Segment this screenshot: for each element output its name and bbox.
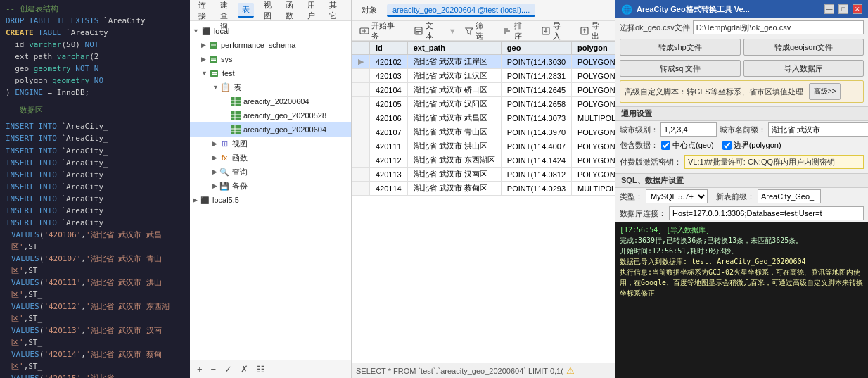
tree-item-local55[interactable]: ▶ ⬛ local5.5 (190, 193, 351, 207)
btn-advanced[interactable]: 高级>> (809, 83, 841, 100)
cell-id: 420113 (370, 168, 408, 182)
tab-query[interactable]: 查询 (347, 0, 352, 23)
code-comment-create: -- 创建表结构 (6, 3, 184, 15)
center-checkbox[interactable] (661, 141, 670, 150)
btn-to-shp[interactable]: 转成shp文件 (620, 39, 741, 56)
tab-table[interactable]: 表 (238, 3, 254, 18)
log-area[interactable]: [12:56:54] [导入数据库]完成:3639行,已转换36条;已转换13条… (615, 222, 868, 378)
code-insert-9: INSERT INTO `AreaCity_ (6, 217, 184, 229)
btn-text[interactable]: 文本 (410, 19, 445, 43)
btn-to-geojson[interactable]: 转成geojson文件 (743, 39, 864, 56)
table-row[interactable]: ▶ 420102 湖北省 武汉市 江岸区 POINT(114.3030 POLY… (352, 55, 615, 69)
sql-settings-section: SQL、数据库设置 (615, 173, 868, 188)
tree-item-areacity3[interactable]: ▶ areacity_geo_20200604 (190, 122, 351, 137)
city-level-input[interactable] (660, 122, 717, 137)
cell-geo: POINT(114.3073 (501, 111, 571, 125)
tab-other[interactable]: 其它 (325, 0, 341, 23)
col-header-id[interactable]: id (370, 42, 408, 55)
table-row[interactable]: 420106 湖北省 武汉市 武昌区 POINT(114.3073 MULTIP… (352, 111, 615, 125)
row-marker (352, 168, 370, 182)
btn-confirm[interactable]: ✓ (222, 363, 235, 375)
view-icon: ⊞ (219, 138, 230, 149)
tree-item-areacity1[interactable]: ▶ areacity_20200604 (190, 94, 351, 108)
code-insert-val-6: VALUES('420114','湖北省 武汉市 蔡甸区',ST_ (6, 348, 184, 372)
tree-item-table-folder[interactable]: ▼ 📋 表 (190, 80, 351, 94)
btn-remove[interactable]: − (208, 363, 219, 375)
cell-polygon: MULTIPOLY( (572, 182, 615, 196)
center-checkbox-label[interactable]: 中心点(geo) (661, 140, 714, 151)
btn-begin-transaction[interactable]: 开始事务 (356, 19, 406, 43)
table-row[interactable]: 420107 湖北省 武汉市 青山区 POINT(114.3970 POLYGO… (352, 125, 615, 139)
tree-arrow-func: ▶ (212, 154, 217, 161)
table-row[interactable]: 420111 湖北省 武汉市 洪山区 POINT(114.4007 POLYGO… (352, 139, 615, 153)
code-insert-val-5: VALUES('420113','湖北省 武汉市 汉南区',ST_ (6, 325, 184, 348)
tree-label-areacity2: areacity_geo_20200528 (243, 111, 326, 120)
tab-view[interactable]: 视图 (260, 0, 276, 23)
btn-filter[interactable]: 筛选 (461, 19, 495, 43)
tool-app-icon: 🌐 (621, 4, 632, 15)
table-row[interactable]: 420103 湖北省 武汉市 江汉区 POINT(114.2831 POLYGO… (352, 69, 615, 83)
tree-item-local[interactable]: ▼ ⬛ local (190, 24, 351, 38)
license-input[interactable] (684, 155, 864, 169)
cell-ext-path: 湖北省 武汉市 青山区 (407, 125, 501, 139)
table-row[interactable]: 420105 湖北省 武汉市 汉阳区 POINT(114.2658 POLYGO… (352, 97, 615, 111)
code-create-table-start: CREATE TABLE `AreaCity_ (6, 27, 184, 39)
tree-item-func-folder[interactable]: ▶ fx 函数 (190, 151, 351, 165)
cell-ext-path: 湖北省 武汉市 武昌区 (407, 111, 501, 125)
tree-item-query-folder[interactable]: ▶ 🔍 查询 (190, 165, 351, 179)
table-row[interactable]: 420114 湖北省 武汉市 蔡甸区 POINT(114.0293 MULTIP… (352, 182, 615, 196)
tab-areacity-data[interactable]: areacity_geo_20200604 @test (local).... (387, 4, 535, 17)
tree-item-sys[interactable]: ▶ sys (190, 52, 351, 66)
tree-label-perf: performance_schema (221, 41, 295, 49)
col-header-polygon[interactable]: polygon (572, 42, 615, 55)
table-prefix-input[interactable] (758, 189, 821, 203)
border-checkbox[interactable] (722, 141, 732, 150)
tab-objects[interactable]: 对象 (356, 4, 383, 17)
tree-item-areacity2[interactable]: ▶ areacity_geo_20200528 (190, 108, 351, 122)
btn-sort[interactable]: 排序 (499, 19, 533, 43)
db-connection-input[interactable] (669, 206, 864, 220)
col-header-ext-path[interactable]: ext_path (407, 42, 501, 55)
btn-maximize[interactable]: □ (838, 4, 848, 14)
svg-rect-1 (211, 44, 216, 45)
btn-export[interactable]: 导出 (576, 19, 611, 43)
tree-label-sys: sys (221, 55, 233, 63)
tree-label-local: local (214, 27, 230, 35)
file-input[interactable] (693, 20, 864, 34)
tree-item-backup-folder[interactable]: ▶ 💾 备份 (190, 179, 351, 193)
row-marker (352, 139, 370, 153)
transaction-icon (359, 26, 369, 36)
btn-close[interactable]: ✕ (853, 4, 862, 14)
row-marker: ▶ (352, 55, 370, 69)
tab-user[interactable]: 用户 (303, 0, 319, 23)
tree-item-view-folder[interactable]: ▶ ⊞ 视图 (190, 137, 351, 151)
db-type-select[interactable]: MySQL 5.7+ (646, 189, 708, 203)
table-row[interactable]: 420113 湖北省 武汉市 汉南区 POINT(114.0812 POLYGO… (352, 168, 615, 182)
cell-id: 420112 (370, 153, 408, 168)
filter-icon (464, 26, 474, 36)
tree-item-test[interactable]: ▼ test (190, 66, 351, 80)
col-header-geo[interactable]: geo (501, 42, 571, 55)
btn-import-db[interactable]: 导入数据库 (743, 60, 864, 77)
tab-connect[interactable]: 连接 (194, 0, 210, 23)
btn-to-sql[interactable]: 转成sql文件 (620, 60, 741, 77)
btn-import[interactable]: 导入 (537, 19, 572, 43)
btn-minimize[interactable]: — (824, 4, 834, 14)
border-checkbox-label[interactable]: 边界(polygon) (722, 140, 781, 151)
table-row[interactable]: 420104 湖北省 武汉市 硚口区 POINT(114.2645 POLYGO… (352, 83, 615, 97)
btn-cancel[interactable]: ✗ (238, 363, 251, 375)
tree-label-areacity3: areacity_geo_20200604 (243, 125, 326, 134)
btn-menu[interactable]: ☷ (254, 363, 268, 375)
table-row[interactable]: 420112 湖北省 武汉市 东西湖区 POINT(114.1424 POLYG… (352, 153, 615, 168)
file-label: 选择ok_geo.csv文件 (620, 23, 690, 33)
tool-title: AreaCity Geo格式转换工具 Ve... (637, 4, 820, 15)
log-line: 开始时间:12:56:51,耗时:0分3秒。 (620, 246, 864, 256)
city-name-label: 城市名前缀： (720, 125, 766, 135)
func-icon: fx (219, 152, 230, 163)
cell-geo: POINT(114.2658 (501, 97, 571, 111)
tab-function[interactable]: 函数 (281, 0, 298, 23)
city-name-input[interactable] (768, 122, 868, 137)
server-icon: ⬛ (200, 25, 212, 37)
tree-item-performance-schema[interactable]: ▶ performance_schema (190, 38, 351, 52)
btn-add[interactable]: + (194, 363, 205, 375)
